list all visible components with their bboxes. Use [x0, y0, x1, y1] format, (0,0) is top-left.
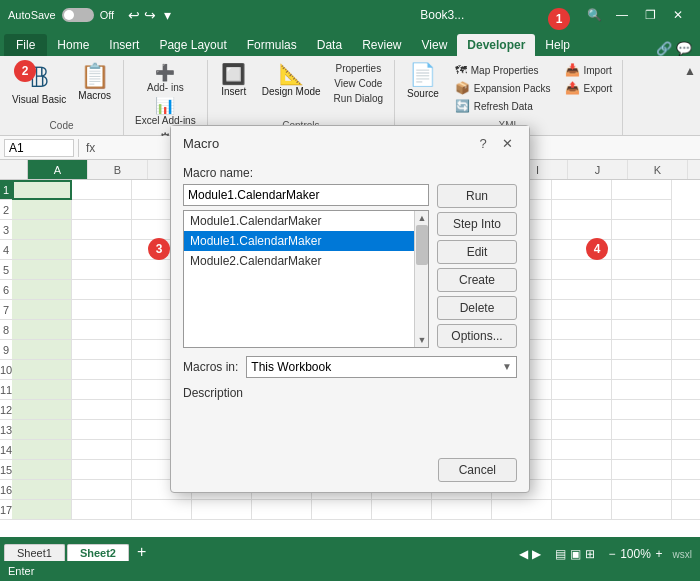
map-properties-icon: 🗺	[455, 63, 467, 77]
controls-insert: 🔲 Insert	[216, 62, 252, 99]
dialog-close-btn[interactable]: ✕	[497, 134, 517, 154]
add-ins-btn[interactable]: ➕ Add- ins	[132, 62, 199, 94]
insert-controls-btn[interactable]: 🔲 Insert	[216, 62, 252, 99]
macro-name-label: Macro name:	[183, 166, 517, 180]
tab-view[interactable]: View	[412, 34, 458, 56]
zoom-plus-btn[interactable]: +	[656, 547, 663, 561]
import-item[interactable]: 📥 Import	[563, 62, 615, 78]
dialog-overlay: Macro ? ✕ Macro name:	[0, 160, 700, 537]
cancel-btn[interactable]: Cancel	[438, 458, 517, 482]
maximize-btn[interactable]: ❐	[636, 0, 664, 30]
excel-add-ins-btn[interactable]: 📊 Excel Add-ins	[132, 95, 199, 127]
macros-btn[interactable]: 📋 Macros	[74, 62, 115, 103]
macros-in-row: Macros in: This Workbook ▼	[183, 356, 517, 378]
add-sheet-btn[interactable]: +	[131, 543, 152, 561]
close-btn[interactable]: ✕	[664, 0, 692, 30]
undo-icon[interactable]: ↩	[128, 7, 140, 23]
export-item[interactable]: 📤 Export	[563, 80, 615, 96]
tab-review[interactable]: Review	[352, 34, 411, 56]
description-area	[183, 400, 517, 440]
design-mode-btn[interactable]: 📐 Design Mode	[258, 62, 325, 99]
customize-icon[interactable]: ▾	[164, 7, 171, 23]
tab-developer[interactable]: Developer	[457, 34, 535, 56]
minimize-btn[interactable]: —	[608, 0, 636, 30]
name-box[interactable]: A1	[4, 139, 74, 157]
scroll-track[interactable]: ▲ ▼	[414, 211, 428, 347]
dialog-help-btn[interactable]: ?	[473, 134, 493, 154]
macro-list[interactable]: Module1.CalendarMaker Module1.CalendarMa…	[183, 210, 429, 348]
map-properties-label: Map Properties	[471, 65, 539, 76]
design-mode-icon: 📐	[279, 64, 304, 84]
run-btn[interactable]: Run	[437, 184, 517, 208]
share-icon[interactable]: 🔗	[656, 41, 672, 56]
tab-help[interactable]: Help	[535, 34, 580, 56]
scroll-thumb[interactable]	[416, 225, 428, 265]
macro-name-input[interactable]	[183, 184, 429, 206]
status-enter: Enter	[8, 565, 34, 577]
page-layout-view-icon[interactable]: ▣	[570, 547, 581, 561]
ribbon-group-addins: ➕ Add- ins 📊 Excel Add-ins ⚙ COM Add-ins…	[124, 60, 208, 135]
edit-btn[interactable]: Edit	[437, 240, 517, 264]
properties-btn[interactable]: Properties	[331, 62, 386, 75]
tab-formulas[interactable]: Formulas	[237, 34, 307, 56]
add-ins-label: Add- ins	[147, 82, 184, 93]
description-label: Description	[183, 386, 517, 400]
sheet-tab-1[interactable]: Sheet1	[4, 544, 65, 561]
normal-view-icon[interactable]: ▤	[555, 547, 566, 561]
run-dialog-label: Run Dialog	[334, 93, 383, 104]
sheet-tabs-row: Sheet1 Sheet2 +	[4, 543, 511, 561]
toggle-knob	[64, 10, 74, 20]
select-arrow-icon: ▼	[502, 361, 512, 372]
step-badge-2: 2	[14, 60, 36, 82]
dialog-footer: Cancel	[171, 452, 529, 492]
refresh-data-item[interactable]: 🔄 Refresh Data	[453, 98, 553, 114]
options-btn[interactable]: Options...	[437, 324, 517, 348]
redo-icon[interactable]: ↪	[144, 7, 156, 23]
tab-data[interactable]: Data	[307, 34, 352, 56]
dialog-title-bar: Macro ? ✕	[171, 126, 529, 158]
macro-dialog: Macro ? ✕ Macro name:	[170, 125, 530, 493]
step-badge-3: 3	[148, 238, 170, 260]
status-bar: Enter	[0, 561, 700, 581]
tab-page-layout[interactable]: Page Layout	[149, 34, 236, 56]
tab-insert[interactable]: Insert	[99, 34, 149, 56]
ribbon-expand-icon[interactable]: ▲	[684, 64, 696, 78]
xml-col: 🗺 Map Properties 📦 Expansion Packs 🔄 Ref…	[453, 62, 553, 114]
create-btn[interactable]: Create	[437, 268, 517, 292]
view-code-label: View Code	[334, 78, 382, 89]
scroll-down-arrow[interactable]: ▼	[415, 333, 429, 347]
spreadsheet-container: A B C D E F G H I J K 1 2 3	[0, 160, 700, 537]
xml-col-2: 📥 Import 📤 Export	[563, 62, 615, 96]
view-code-btn[interactable]: View Code	[331, 77, 386, 90]
autosave-toggle[interactable]	[62, 8, 94, 22]
page-break-view-icon[interactable]: ⊞	[585, 547, 595, 561]
search-icon[interactable]: 🔍	[587, 8, 602, 22]
comment-icon[interactable]: 💬	[676, 41, 692, 56]
zoom-minus-btn[interactable]: −	[609, 547, 616, 561]
macro-item-3[interactable]: Module2.CalendarMaker	[184, 251, 428, 271]
macro-item-2[interactable]: Module1.CalendarMaker	[184, 231, 428, 251]
scroll-left-icon[interactable]: ◀	[519, 547, 528, 561]
wsxl-label: wsxl	[673, 549, 692, 560]
run-dialog-btn[interactable]: Run Dialog	[331, 92, 386, 105]
delete-btn[interactable]: Delete	[437, 296, 517, 320]
map-properties-item[interactable]: 🗺 Map Properties	[453, 62, 553, 78]
macro-item-1[interactable]: Module1.CalendarMaker	[184, 211, 428, 231]
tab-file[interactable]: File	[4, 34, 47, 56]
scroll-right-icon[interactable]: ▶	[532, 547, 541, 561]
tab-home[interactable]: Home	[47, 34, 99, 56]
macro-list-area: Module1.CalendarMaker Module1.CalendarMa…	[183, 184, 429, 348]
fx-icon[interactable]: fx	[83, 141, 98, 155]
controls-content: 🔲 Insert 📐 Design Mode Properties Vi	[216, 60, 386, 120]
autosave-label: AutoSave	[8, 9, 56, 21]
properties-label: Properties	[336, 63, 382, 74]
sheet-tab-2[interactable]: Sheet2	[67, 544, 129, 561]
ribbon-expand[interactable]: ▲	[684, 60, 700, 135]
macros-in-select[interactable]: This Workbook ▼	[246, 356, 517, 378]
main-wrapper: 1 2 3 4 AutoSave Off ↩ ↪ ▾ Book3... 🔍 — …	[0, 0, 700, 581]
scroll-up-arrow[interactable]: ▲	[415, 211, 429, 225]
source-btn[interactable]: 📄 Source	[403, 62, 443, 101]
zoom-percent: 100%	[620, 547, 652, 561]
step-into-btn[interactable]: Step Into	[437, 212, 517, 236]
expansion-packs-item[interactable]: 📦 Expansion Packs	[453, 80, 553, 96]
